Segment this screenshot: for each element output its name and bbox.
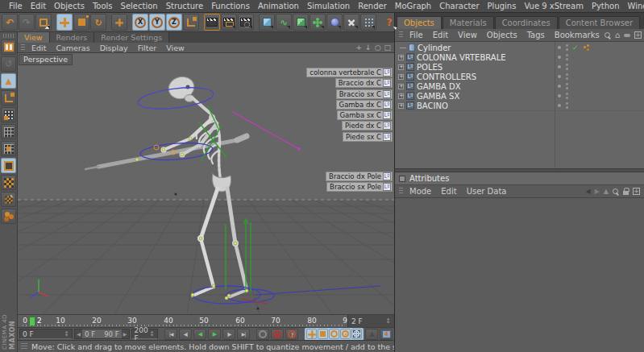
points-mode-button[interactable] <box>1 107 16 122</box>
zoom-view-icon[interactable]: ↓ <box>365 43 372 53</box>
history-forward-icon[interactable]: ▶ <box>595 188 600 195</box>
range-handle[interactable]: 0 F 90 F <box>82 329 122 338</box>
statusbar-grip[interactable] <box>21 343 27 350</box>
expand-toggle[interactable] <box>398 103 404 109</box>
joints-tool-button[interactable] <box>1 209 16 224</box>
attr-menu-mode[interactable]: Mode <box>405 187 436 196</box>
menu-animation[interactable]: Animation <box>254 2 303 10</box>
render-view-button[interactable] <box>204 14 220 31</box>
edges-mode-button[interactable] <box>1 124 16 139</box>
home-icon[interactable] <box>615 31 620 39</box>
object-name[interactable]: BACINO <box>417 101 448 110</box>
lock-icon[interactable] <box>623 191 629 195</box>
previous-key-button[interactable]: ◀| <box>179 329 192 340</box>
expand-toggle[interactable] <box>398 84 404 89</box>
om-menu-edit[interactable]: Edit <box>428 31 453 39</box>
object-tree-empty-area[interactable] <box>395 110 644 168</box>
lock-z-button[interactable]: Z <box>166 14 182 31</box>
object-row-bacino[interactable]: BACINO <box>395 101 644 110</box>
menu-tools[interactable]: Tools <box>89 2 117 10</box>
om-menu-tags[interactable]: Tags <box>522 31 550 39</box>
tab-objects[interactable]: Objects <box>397 16 442 29</box>
om-menu-file[interactable]: File <box>405 31 428 39</box>
menu-selection[interactable]: Selection <box>117 2 162 10</box>
search-icon[interactable] <box>605 32 611 39</box>
vmenu-display[interactable]: Display <box>95 43 133 52</box>
editor-visibility-dot[interactable] <box>558 56 561 59</box>
last-tool-button[interactable] <box>111 14 127 31</box>
layout-4-button[interactable]: 4 <box>380 329 393 340</box>
render-visibility-dots[interactable] <box>566 102 568 105</box>
object-name[interactable]: POLES <box>417 63 442 72</box>
menu-objects[interactable]: Objects <box>50 2 89 10</box>
path-bar-icon[interactable] <box>624 34 630 37</box>
object-name[interactable]: Cylinder <box>418 43 451 52</box>
scale-tool-button[interactable] <box>73 14 89 31</box>
autokeying-button[interactable] <box>271 329 284 340</box>
editor-visibility-dot[interactable] <box>558 94 561 97</box>
expand-toggle[interactable] <box>398 55 404 60</box>
render-visibility-dots[interactable] <box>566 54 568 56</box>
end-frame-field[interactable]: 200 F <box>131 329 158 339</box>
editor-visibility-dot[interactable] <box>558 75 561 78</box>
start-frame-field[interactable]: 0 F <box>19 329 73 339</box>
keyframe-selection-button[interactable] <box>285 329 298 340</box>
help-button[interactable] <box>381 14 397 31</box>
tab-render-settings[interactable]: Render Settings <box>94 32 169 43</box>
viewport[interactable]: Perspective colonna vertebrale C Braccio… <box>18 53 394 314</box>
menu-simulation[interactable]: Simulation <box>303 2 354 10</box>
check-tag-icon[interactable] <box>572 43 579 52</box>
hud-label-braccio-dx[interactable]: Braccio dx C <box>335 78 393 88</box>
live-selection-button[interactable] <box>35 14 52 31</box>
object-name[interactable]: CONTROLLERS <box>417 72 476 81</box>
menu-mograph[interactable]: MoGraph <box>391 2 435 10</box>
move-tool-button[interactable] <box>56 14 73 31</box>
key-position-toggle[interactable] <box>306 329 317 339</box>
hud-label-braccio-dx-pole[interactable]: Braccio dx Pole <box>326 172 393 181</box>
hud-label-piede-sx[interactable]: Piede sx C <box>343 132 393 142</box>
coordinate-system-button[interactable] <box>183 14 199 31</box>
pan-view-icon[interactable]: + <box>356 43 363 53</box>
key-pla-toggle[interactable] <box>351 329 362 339</box>
menu-functions[interactable]: Functions <box>207 2 254 10</box>
viewport-menu-grip[interactable] <box>21 44 25 52</box>
add-modeling-button[interactable] <box>310 14 326 31</box>
render-visibility-dots[interactable] <box>566 83 568 85</box>
vmenu-view[interactable]: View <box>161 43 189 52</box>
editor-visibility-dot[interactable] <box>558 85 561 88</box>
expand-toggle[interactable] <box>398 64 404 70</box>
object-mode-button[interactable] <box>1 158 16 173</box>
object-name[interactable]: GAMBA DX <box>417 82 461 91</box>
render-visibility-dots[interactable] <box>566 64 568 66</box>
lock-y-button[interactable]: Y <box>149 14 165 31</box>
timeline-ruler[interactable]: 0 10 20 30 40 50 60 70 80 90 2 2 F <box>18 314 394 327</box>
rotate-tool-button[interactable] <box>90 14 106 31</box>
object-row-cylinder[interactable]: Cylinder <box>395 43 644 52</box>
om-menu-bookmarks[interactable]: Bookmarks <box>550 31 605 39</box>
range-right-arrow[interactable]: ▶ <box>122 331 129 337</box>
phong-tag-icon[interactable] <box>584 46 586 48</box>
menu-edit[interactable]: Edit <box>27 2 50 10</box>
playhead[interactable] <box>29 317 35 326</box>
tab-view[interactable]: View <box>18 32 50 43</box>
render-visibility-dots[interactable] <box>566 44 568 47</box>
editor-visibility-dot[interactable] <box>558 65 561 68</box>
add-spline-button[interactable] <box>276 14 292 31</box>
menu-plugins[interactable]: Plugins <box>484 2 521 10</box>
menu-character[interactable]: Character <box>435 2 483 10</box>
editor-visibility-dot[interactable] <box>558 46 561 49</box>
dock-grip[interactable] <box>3 34 15 38</box>
add-particles-button[interactable] <box>360 14 376 31</box>
texture-axis-button[interactable] <box>1 192 16 207</box>
hud-label-colonna[interactable]: colonna vertebrale C <box>306 68 393 77</box>
render-visibility-dots[interactable] <box>566 73 568 76</box>
rotate-view-icon[interactable]: ○ <box>375 43 381 53</box>
expand-toggle[interactable] <box>398 93 404 99</box>
toggle-view-icon[interactable]: □ <box>384 43 391 53</box>
next-key-button[interactable]: |▶ <box>222 329 235 340</box>
attr-menu-userdata[interactable]: User Data <box>462 187 512 196</box>
goto-start-button[interactable]: |◀ <box>164 329 177 340</box>
goto-end-button[interactable]: ▶| <box>237 329 250 340</box>
tab-materials[interactable]: Materials <box>442 16 494 29</box>
object-row-gamba-dx[interactable]: GAMBA DX <box>395 81 644 91</box>
